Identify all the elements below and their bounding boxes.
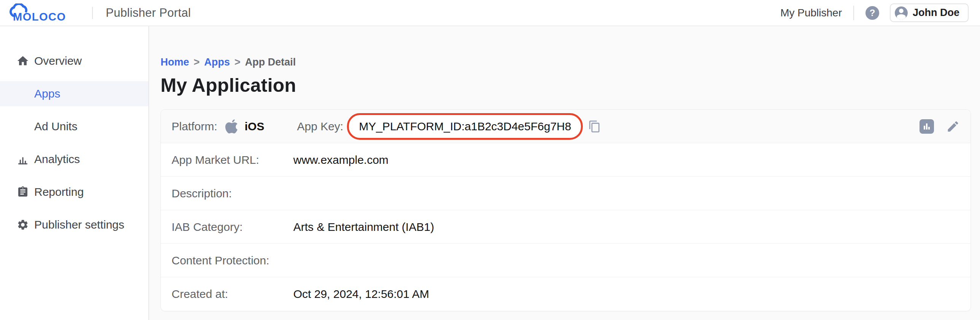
- sidebar-item-reporting[interactable]: Reporting: [0, 179, 148, 205]
- sidebar-item-label: Overview: [34, 54, 82, 67]
- row-value: Arts & Entertainment (IAB1): [293, 221, 434, 234]
- created-at-row: Created at: Oct 29, 2024, 12:56:01 AM: [161, 277, 970, 311]
- breadcrumb-separator: >: [234, 56, 240, 68]
- app-key-label: App Key:: [297, 120, 344, 133]
- app-key-value: MY_PLATFORM_ID:a1B2c3D4e5F6g7H8: [359, 120, 571, 133]
- sidebar-item-label: Analytics: [34, 153, 80, 166]
- row-value: www.example.com: [293, 154, 388, 166]
- publisher-name-label: My Publisher: [780, 7, 842, 19]
- platform-value: iOS: [245, 120, 264, 133]
- breadcrumb: Home > Apps > App Detail: [161, 56, 980, 68]
- breadcrumb-current: App Detail: [245, 56, 296, 68]
- moloco-logo[interactable]: MOLOCO: [9, 3, 84, 22]
- svg-text:MOLOCO: MOLOCO: [13, 11, 66, 22]
- row-value: Oct 29, 2024, 12:56:01 AM: [293, 288, 429, 301]
- row-label: IAB Category:: [172, 221, 293, 234]
- user-avatar-icon: [895, 6, 908, 19]
- blank-icon-spacer: [16, 120, 30, 133]
- bar-chart-icon: [16, 152, 30, 166]
- sidebar-item-ad-units[interactable]: Ad Units: [0, 114, 148, 139]
- row-label: Created at:: [172, 288, 293, 301]
- row-label: App Market URL:: [172, 154, 293, 166]
- portal-title: Publisher Portal: [106, 6, 191, 20]
- app-analytics-button[interactable]: [920, 119, 934, 134]
- user-menu-button[interactable]: John Doe: [890, 3, 969, 22]
- platform-app-key-row: Platform: iOS App Key: MY_PLATFORM_ID:a1…: [161, 110, 970, 143]
- header-divider: [92, 7, 93, 19]
- sidebar-item-analytics[interactable]: Analytics: [0, 147, 148, 172]
- copy-icon[interactable]: [587, 119, 602, 134]
- app-market-url-row: App Market URL: www.example.com: [161, 143, 970, 177]
- app-detail-card: Platform: iOS App Key: MY_PLATFORM_ID:a1…: [161, 109, 971, 311]
- row-label: Content Protection:: [172, 254, 293, 267]
- breadcrumb-apps-link[interactable]: Apps: [204, 56, 230, 68]
- sidebar-item-label: Reporting: [34, 186, 84, 198]
- content-protection-row: Content Protection:: [161, 244, 970, 277]
- sidebar-item-apps[interactable]: Apps: [0, 81, 148, 106]
- breadcrumb-separator: >: [194, 56, 200, 68]
- home-icon: [16, 54, 30, 68]
- sidebar-item-overview[interactable]: Overview: [0, 48, 148, 74]
- main-content: Home > Apps > App Detail My Application …: [149, 26, 980, 320]
- app-key-highlight-ring: MY_PLATFORM_ID:a1B2c3D4e5F6g7H8: [347, 113, 583, 140]
- clipboard-icon: [16, 185, 30, 199]
- gear-icon: [16, 218, 30, 232]
- blank-icon-spacer: [16, 87, 30, 101]
- breadcrumb-home-link[interactable]: Home: [161, 56, 189, 68]
- row-label: Description:: [172, 187, 293, 200]
- sidebar-item-label: Publisher settings: [34, 218, 124, 231]
- apple-icon: [225, 118, 240, 135]
- top-header: MOLOCO Publisher Portal My Publisher ? J…: [0, 0, 980, 26]
- sidebar-item-publisher-settings[interactable]: Publisher settings: [0, 212, 148, 237]
- help-icon[interactable]: ?: [865, 6, 879, 20]
- description-row: Description:: [161, 177, 970, 210]
- edit-pencil-icon[interactable]: [946, 120, 960, 133]
- header-divider: [853, 6, 854, 20]
- platform-label: Platform:: [172, 120, 225, 133]
- page-title: My Application: [161, 74, 980, 96]
- sidebar: Overview Apps Ad Units Analytics Reporti…: [0, 26, 149, 320]
- bar-chart-icon: [922, 122, 931, 131]
- sidebar-item-label: Ad Units: [34, 120, 77, 133]
- iab-category-row: IAB Category: Arts & Entertainment (IAB1…: [161, 210, 970, 244]
- sidebar-item-label: Apps: [34, 87, 60, 100]
- moloco-cloud-icon: MOLOCO: [9, 3, 84, 22]
- user-name-label: John Doe: [913, 7, 959, 19]
